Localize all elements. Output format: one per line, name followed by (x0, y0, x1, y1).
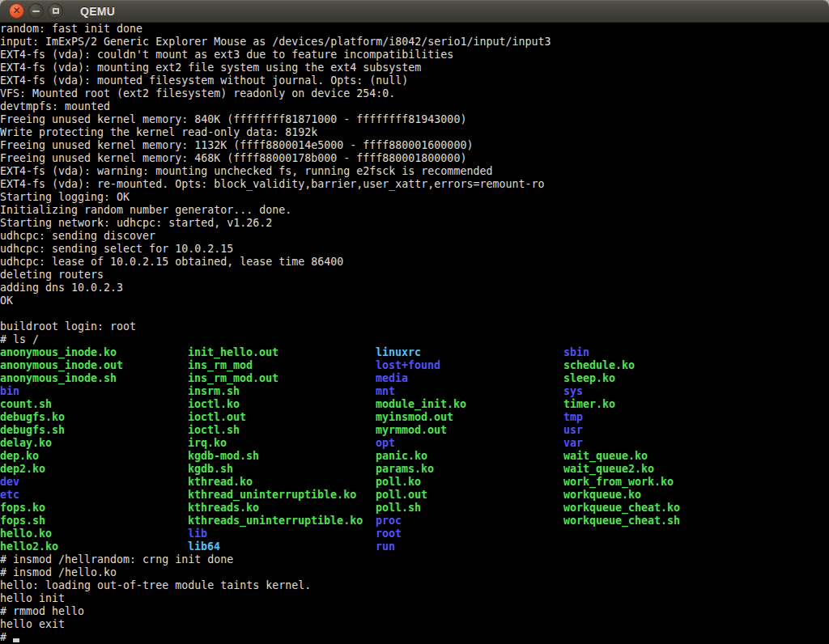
file-entry: debugfs.ko (0, 411, 65, 424)
file-entry: hello2.ko (0, 540, 58, 553)
file-entry: myinsmod.out (376, 411, 453, 424)
file-entry: ioctl.sh (188, 424, 240, 437)
dir-entry: tmp (563, 411, 583, 424)
file-entry: ioctl.ko (188, 398, 240, 411)
file-entry: count.sh (0, 398, 52, 411)
console-output: random: fast init doneinput: ImExPS/2 Ge… (0, 23, 829, 644)
close-icon: ✕ (12, 6, 20, 15)
console-line: devkthread.kopoll.kowork_from_work.ko (0, 476, 829, 489)
file-entry: workqueue.ko (563, 489, 641, 502)
file-entry: kthread.ko (188, 476, 253, 489)
minimize-button[interactable] (28, 3, 44, 19)
console-line: Freeing unused kernel memory: 1132K (fff… (0, 139, 829, 152)
dir-entry: lost+found (376, 359, 440, 372)
console-line: udhcpc: sending select for 10.0.2.15 (0, 243, 829, 256)
console-line: VFS: Mounted root (ext2 filesystem) read… (0, 87, 829, 100)
file-entry: anonymous_inode.out (0, 359, 123, 372)
console-line: input: ImExPS/2 Generic Explorer Mouse a… (0, 36, 829, 49)
file-entry: myrmmod.out (376, 424, 447, 437)
console-line: OK (0, 294, 829, 307)
file-entry: workqueue_cheat.ko (563, 502, 680, 515)
file-entry: module_init.ko (376, 398, 466, 411)
file-entry: timer.ko (563, 398, 615, 411)
file-entry: wait_queue.ko (563, 450, 648, 463)
console-line: fops.kokthreads.kopoll.shworkqueue_cheat… (0, 502, 829, 515)
file-entry: poll.sh (376, 502, 421, 515)
dir-entry: run (376, 540, 395, 553)
console-line: anonymous_inode.outins_rm_modlost+founds… (0, 359, 829, 372)
console-line: EXT4-fs (vda): warning: mounting uncheck… (0, 165, 829, 178)
console-line: # (0, 631, 829, 644)
console-line: hello.kolibroot (0, 527, 829, 540)
console-line: Starting network: udhcpc: started, v1.26… (0, 217, 829, 230)
file-entry: poll.ko (376, 476, 421, 489)
dir-entry: root (376, 527, 402, 540)
qemu-window: ✕ QEMU random: fast init doneinput: ImEx… (0, 0, 829, 644)
file-entry: dep2.ko (0, 463, 45, 476)
maximize-button[interactable] (48, 3, 63, 19)
console-line: udhcpc: sending discover (0, 230, 829, 243)
file-entry: kthreads.ko (188, 502, 259, 515)
console-line: # insmod /hello.ko (0, 566, 829, 579)
console-line: delay.koirq.kooptvar (0, 437, 829, 450)
console-line: devtmpfs: mounted (0, 100, 829, 113)
close-button[interactable]: ✕ (9, 3, 24, 19)
window-title: QEMU (80, 5, 115, 18)
console-line: buildroot login: root (0, 320, 829, 333)
console-line: anonymous_inode.shins_rm_mod.outmediasle… (0, 372, 829, 385)
console-line: # ls / (0, 333, 829, 346)
console-line: Freeing unused kernel memory: 840K (ffff… (0, 113, 829, 126)
file-entry: kthreads_uninterruptible.ko (188, 515, 363, 527)
dir-entry: lib (188, 527, 207, 540)
file-entry: ins_rm_mod (188, 359, 253, 372)
file-entry: insrm.sh (188, 385, 240, 398)
console-line: Starting logging: OK (0, 191, 829, 204)
console-line: adding dns 10.0.2.3 (0, 282, 829, 294)
console-line: Write protecting the kernel read-only da… (0, 126, 829, 139)
file-entry: ins_rm_mod.out (188, 372, 278, 385)
console-line: dep.kokgdb-mod.shpanic.kowait_queue.ko (0, 450, 829, 463)
file-entry: poll.out (376, 489, 427, 502)
console-line: anonymous_inode.koinit_hello.outlinuxrcs… (0, 346, 829, 359)
file-entry: debugfs.sh (0, 424, 65, 437)
console-line: debugfs.shioctl.shmyrmmod.outusr (0, 424, 829, 437)
console-line: hello: loading out-of-tree module taints… (0, 579, 829, 592)
console-line: udhcpc: lease of 10.0.2.15 obtained, lea… (0, 256, 829, 269)
file-entry: init_hello.out (188, 346, 278, 359)
file-entry: anonymous_inode.ko (0, 346, 117, 359)
dir-entry: opt (376, 437, 395, 450)
file-entry: dep.ko (0, 450, 39, 463)
console-line (0, 307, 829, 320)
console-line: EXT4-fs (vda): mounted filesystem withou… (0, 74, 829, 87)
dir-entry: bin (0, 385, 19, 398)
file-entry: workqueue_cheat.sh (563, 515, 680, 527)
console-line: hello init (0, 592, 829, 605)
console-line: count.shioctl.komodule_init.kotimer.ko (0, 398, 829, 411)
console-line: hello2.kolib64run (0, 540, 829, 553)
file-entry: sleep.ko (563, 372, 615, 385)
window-titlebar[interactable]: ✕ QEMU (0, 0, 829, 23)
terminal-screen[interactable]: random: fast init doneinput: ImExPS/2 Ge… (0, 23, 829, 644)
minimize-icon (32, 11, 40, 12)
console-line: # rmmod hello (0, 605, 829, 618)
console-line: random: fast init done (0, 23, 829, 36)
symlink-entry: linuxrc (376, 346, 421, 359)
console-line: Freeing unused kernel memory: 468K (ffff… (0, 152, 829, 165)
shell-prompt: # (0, 631, 13, 643)
dir-entry: sys (563, 385, 583, 398)
console-line: debugfs.koioctl.outmyinsmod.outtmp (0, 411, 829, 424)
console-line: EXT4-fs (vda): couldn't mount as ext3 du… (0, 49, 829, 61)
file-entry: delay.ko (0, 437, 52, 450)
terminal-cursor (13, 638, 19, 642)
console-line: etckthread_uninterruptible.kopoll.outwor… (0, 489, 829, 502)
file-entry: work_from_work.ko (563, 476, 674, 489)
dir-entry: var (563, 437, 583, 450)
console-line: # insmod /hellrandom: crng init done (0, 553, 829, 566)
console-line: deleting routers (0, 269, 829, 282)
file-entry: irq.ko (188, 437, 227, 450)
dir-entry: usr (563, 424, 583, 437)
file-entry: schedule.ko (563, 359, 635, 372)
file-entry: params.ko (376, 463, 434, 476)
file-entry: ioctl.out (188, 411, 246, 424)
file-entry: fops.sh (0, 515, 45, 527)
